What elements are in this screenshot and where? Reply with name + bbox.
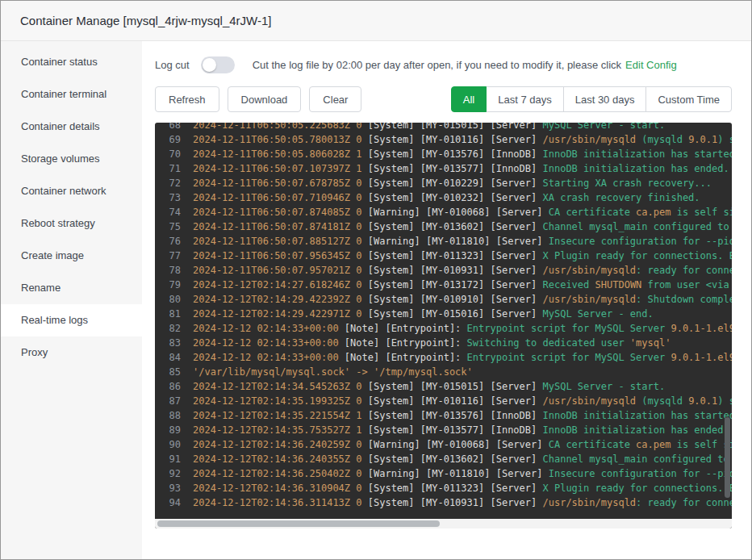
log-segment-hl: /usr/sbin/mysqld [543, 265, 637, 276]
log-cut-description: Cut the log file by 02:00 per day after … [253, 59, 621, 71]
log-segment-meta: [System] [MY-010116] [Server] [368, 134, 543, 145]
log-segment-msg: InnoDB initialization has started. [543, 148, 733, 160]
line-number: 71 [155, 161, 181, 176]
log-segment-msg: CA certificate [549, 207, 636, 218]
log-segment-hl: 9.0.1 [688, 134, 717, 145]
log-segment-ts: 2024-12-11T06:50:07.678785Z 0 [193, 178, 368, 189]
log-line: 862024-12-12T02:14:34.545263Z 0 [System]… [155, 379, 732, 394]
log-segment-meta: [System] [MY-011323] [Server] [368, 250, 543, 261]
sidebar-item-storage-volumes[interactable]: Storage volumes [1, 143, 142, 175]
line-number: 70 [155, 147, 181, 161]
sidebar-item-container-details[interactable]: Container details [1, 111, 142, 143]
log-viewer[interactable]: 682024-12-11T06:50:05.225683Z 0 [System]… [155, 123, 732, 529]
sidebar-item-container-terminal[interactable]: Container terminal [1, 78, 142, 111]
log-segment-msg: : ready for connections. Version: '9.0.1… [636, 497, 732, 508]
line-number: 69 [155, 132, 181, 147]
refresh-button[interactable]: Refresh [155, 86, 219, 112]
line-number: 94 [155, 495, 181, 510]
sidebar-item-reboot-strategy[interactable]: Reboot strategy [1, 207, 142, 240]
log-line: 912024-12-12T02:14:36.240355Z 0 [System]… [155, 452, 732, 466]
log-segment-meta: [System] [MY-010116] [Server] [368, 395, 543, 407]
log-segment-ts: 2024-12-12T02:14:35.221554Z 1 [193, 410, 368, 421]
vertical-scrollbar-thumb[interactable] [725, 417, 730, 498]
download-button[interactable]: Download [228, 86, 302, 112]
sidebar-item-create-image[interactable]: Create image [1, 240, 142, 272]
sidebar-item-container-network[interactable]: Container network [1, 175, 142, 207]
log-segment-msg: InnoDB initialization has started. [543, 410, 733, 421]
log-segment-msg: (mysqld [636, 134, 688, 145]
log-segment-msg: Insecure configuration for --pid-file: L [549, 236, 732, 247]
log-segment-meta: [System] [MY-015015] [Server] [368, 123, 543, 131]
line-number: 89 [155, 423, 181, 437]
line-number: 85 [155, 365, 181, 379]
log-segment-ts: 2024-12-12T02:14:36.250402Z 0 [193, 468, 368, 479]
log-line: 712024-12-11T06:50:07.107397Z 1 [System]… [155, 161, 732, 176]
log-text: 2024-12-11T06:50:07.956345Z 0 [System] [… [181, 249, 732, 263]
log-segment-ts: 2024-12-12T02:14:35.753527Z 1 [193, 424, 368, 436]
log-line: 792024-12-12T02:14:27.618246Z 0 [System]… [155, 278, 732, 292]
log-segment-ts: 2024-12-11T06:50:05.780013Z 0 [193, 134, 368, 145]
log-segment-ts: 2024-12-12 02:14:33+00:00 [193, 337, 345, 349]
log-line: 732024-12-11T06:50:07.710946Z 0 [System]… [155, 190, 732, 205]
log-segment-meta: [System] [MY-011323] [Server] [368, 483, 543, 494]
toolbar: RefreshDownloadClear AllLast 7 daysLast … [155, 86, 732, 112]
time-filter-custom-time[interactable]: Custom Time [645, 86, 732, 112]
horizontal-scrollbar-thumb[interactable] [157, 520, 440, 527]
line-number: 68 [155, 123, 181, 132]
log-line: 892024-12-12T02:14:35.753527Z 1 [System]… [155, 423, 732, 437]
line-number: 84 [155, 350, 181, 365]
sidebar-item-proxy[interactable]: Proxy [1, 336, 142, 369]
log-segment-hl: /usr/sbin/mysqld [543, 294, 637, 305]
log-segment-meta: [Warning] [MY-011810] [Server] [368, 468, 549, 479]
log-segment-msg: Received [543, 279, 595, 290]
log-cut-label: Log cut [155, 59, 190, 71]
log-segment-ts: 2024-12-11T06:50:05.806028Z 1 [193, 148, 368, 160]
log-text: 2024-12-12 02:14:33+00:00 [Note] [Entryp… [181, 336, 732, 350]
time-filter-last-7-days[interactable]: Last 7 days [486, 86, 564, 112]
time-filter-group: AllLast 7 daysLast 30 daysCustom Time [451, 86, 732, 112]
log-text: 2024-12-11T06:50:05.780013Z 0 [System] [… [181, 132, 732, 147]
log-segment-meta: [System] [MY-010931] [Server] [368, 497, 543, 508]
log-segment-ts: 2024-12-12T02:14:36.240259Z 0 [193, 439, 368, 450]
line-number: 73 [155, 190, 181, 205]
log-line: 882024-12-12T02:14:35.221554Z 1 [System]… [155, 408, 732, 423]
log-line: 782024-12-11T06:50:07.957021Z 0 [System]… [155, 263, 732, 278]
log-text: 2024-12-12T02:14:29.422392Z 0 [System] [… [181, 292, 732, 307]
edit-config-link[interactable]: Edit Config [625, 59, 677, 71]
log-segment-ts: 2024-12-12 02:14:33+00:00 [193, 352, 345, 363]
window-body: Container statusContainer terminalContai… [1, 41, 751, 559]
log-text: 2024-12-11T06:50:05.225683Z 0 [System] [… [181, 123, 732, 132]
horizontal-scrollbar[interactable] [155, 519, 732, 529]
log-segment-ts: 2024-12-12T02:14:34.545263Z 0 [193, 381, 368, 392]
log-line: 822024-12-12 02:14:33+00:00 [Note] [Entr… [155, 321, 732, 336]
sidebar-item-real-time-logs[interactable]: Real-time logs [1, 304, 142, 336]
log-text: 2024-12-11T06:50:07.957021Z 0 [System] [… [181, 263, 732, 278]
log-line: 762024-12-11T06:50:07.885127Z 0 [Warning… [155, 234, 732, 249]
log-segment-msg: CA certificate [549, 439, 636, 450]
log-segment-ts: 2024-12-11T06:50:07.957021Z 0 [193, 265, 368, 276]
line-number: 93 [155, 481, 181, 495]
line-number: 79 [155, 278, 181, 292]
sidebar-item-rename[interactable]: Rename [1, 272, 142, 304]
time-filter-all[interactable]: All [451, 86, 487, 112]
line-number: 80 [155, 292, 181, 307]
log-segment-hl: 9.0.1-1.el9 [671, 352, 732, 363]
log-segment-msg: X Plugin ready for connections. Bind-add… [543, 250, 733, 261]
sidebar-item-container-status[interactable]: Container status [1, 46, 142, 78]
log-segment-meta: [System] [MY-010229] [Server] [368, 178, 543, 189]
time-filter-last-30-days[interactable]: Last 30 days [563, 86, 647, 112]
log-segment-meta: [System] [MY-013602] [Server] [368, 453, 543, 465]
log-segment-ts: 2024-12-11T06:50:07.107397Z 1 [193, 163, 368, 174]
log-segment-meta: [System] [MY-013602] [Server] [368, 221, 543, 232]
log-segment-meta: [Warning] [MY-011810] [Server] [368, 236, 549, 247]
line-number: 90 [155, 437, 181, 452]
log-text: 2024-12-12T02:14:29.422971Z 0 [System] [… [181, 307, 732, 321]
clear-button[interactable]: Clear [309, 86, 361, 112]
log-segment-meta: [System] [MY-010931] [Server] [368, 265, 543, 276]
log-cut-toggle[interactable] [201, 56, 235, 73]
line-number: 74 [155, 205, 181, 219]
log-segment-ts: 2024-12-12T02:14:29.422392Z 0 [193, 294, 368, 305]
log-segment-hl: ca.pem [636, 439, 671, 450]
log-segment-meta: [System] [MY-013172] [Server] [368, 279, 543, 290]
log-line: 722024-12-11T06:50:07.678785Z 0 [System]… [155, 176, 732, 190]
